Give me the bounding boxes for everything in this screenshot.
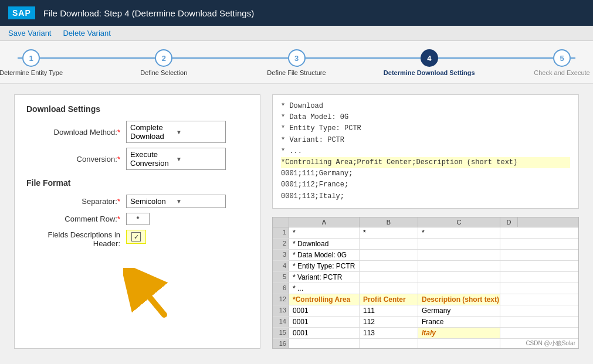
- wizard-step-5[interactable]: 5 Check and Execute: [553, 49, 571, 67]
- text-line-highlight: *Controlling Area;Profit Center;Descript…: [281, 157, 570, 168]
- row-num-1: 1: [273, 227, 289, 238]
- wizard-step-1[interactable]: 1 Determine Entity Type: [22, 49, 40, 67]
- cell-16c: [418, 339, 500, 348]
- wizard-step-4[interactable]: 4 Determine Download Settings: [421, 49, 438, 67]
- cell-13c: Germany: [418, 305, 500, 316]
- row-num-14: 14: [273, 317, 289, 327]
- text-line-3: * Entity Type: PCTR: [281, 124, 361, 132]
- cell-16d: [500, 339, 518, 348]
- cell-15d: [500, 328, 518, 338]
- wizard-step-2[interactable]: 2 Define Selection: [155, 49, 172, 67]
- cell-2d: [500, 239, 518, 249]
- separator-value: Semicolon: [130, 197, 176, 206]
- download-settings-title: Download Settings: [26, 104, 248, 114]
- fields-desc-label: Fields Descriptions in Header:: [26, 230, 120, 248]
- excel-row-12: 12 *Controlling Area Profit Center Descr…: [273, 294, 578, 305]
- cell-2c: [418, 239, 500, 249]
- cell-6b: [360, 283, 418, 294]
- download-method-label: Download Method:*: [26, 128, 120, 137]
- toolbar: Save Variant Delete Variant: [0, 26, 593, 41]
- excel-row-4: 4 * Entity Type: PCTR: [273, 261, 578, 272]
- cell-4c: [418, 261, 500, 271]
- excel-row-1: 1 * * *: [273, 227, 578, 239]
- row-num-2: 2: [273, 239, 289, 249]
- separator-select[interactable]: Semicolon ▼: [126, 195, 226, 208]
- text-preview: * Download * Data Model: 0G * Entity Typ…: [272, 94, 579, 209]
- col-header-b: B: [360, 217, 418, 227]
- text-line-1: * Download: [281, 102, 323, 110]
- cell-1b: *: [360, 227, 418, 238]
- text-line-5: * ...: [281, 147, 302, 155]
- row-num-15: 15: [273, 328, 289, 338]
- arrow-annotation: [123, 268, 170, 322]
- conversion-row: Conversion:* Execute Conversion ▼: [26, 148, 248, 170]
- app-header: SAP File Download: Step 4 (Determine Dow…: [0, 0, 593, 26]
- separator-label: Separator:*: [26, 197, 120, 206]
- dropdown-arrow-2: ▼: [176, 156, 222, 162]
- text-line-7: 0001;111;Germany;: [281, 169, 353, 178]
- comment-row-row: Comment Row:*: [26, 213, 248, 225]
- step-label-3: Define File Structure: [267, 69, 326, 76]
- cell-12a: *Controlling Area: [289, 294, 360, 305]
- excel-row-3: 3 * Data Model: 0G: [273, 250, 578, 261]
- cell-15b: 113: [360, 328, 418, 338]
- row-num-16: 16: [273, 339, 289, 348]
- cell-5c: [418, 272, 500, 283]
- text-line-4: * Variant: PCTR: [281, 136, 344, 144]
- cell-13b: 111: [360, 305, 418, 316]
- row-num-placeholder: [273, 217, 289, 227]
- cell-3d: [500, 250, 518, 260]
- conversion-value: Execute Conversion: [130, 150, 176, 168]
- download-method-row: Download Method:* Complete Download ▼: [26, 121, 248, 143]
- step-circle-5: 5: [553, 49, 571, 67]
- comment-row-label: Comment Row:*: [26, 215, 120, 223]
- conversion-select[interactable]: Execute Conversion ▼: [126, 148, 226, 170]
- cell-13d: [500, 305, 518, 316]
- conversion-label: Conversion:*: [26, 155, 120, 164]
- col-header-a: A: [289, 217, 360, 227]
- delete-variant-button[interactable]: Delete Variant: [63, 29, 110, 38]
- cell-2a: * Download: [289, 239, 360, 249]
- cell-12c: Description (short text): [418, 294, 500, 305]
- header-title: File Download: Step 4 (Determine Downloa…: [43, 8, 254, 18]
- cell-3b: [360, 250, 418, 260]
- excel-row-5: 5 * Variant: PCTR: [273, 272, 578, 283]
- fields-desc-checkbox-container: ✓: [126, 230, 146, 244]
- step-circle-3: 3: [288, 49, 306, 67]
- cell-15c: Italy: [418, 328, 500, 338]
- wizard-steps-container: 1 Determine Entity Type 2 Define Selecti…: [0, 41, 593, 84]
- fields-desc-checkbox[interactable]: ✓: [131, 232, 141, 241]
- cell-1d: [500, 227, 518, 238]
- col-header-d: D: [500, 217, 518, 227]
- form-panel: Download Settings Download Method:* Comp…: [14, 94, 260, 349]
- wizard-step-3[interactable]: 3 Define File Structure: [288, 49, 306, 67]
- cell-16a: [289, 339, 360, 348]
- cell-14c: France: [418, 317, 500, 327]
- row-num-13: 13: [273, 305, 289, 316]
- cell-5d: [500, 272, 518, 283]
- right-panels: * Download * Data Model: 0G * Entity Typ…: [272, 94, 579, 349]
- sap-logo: SAP: [8, 6, 35, 19]
- dropdown-arrow: ▼: [176, 129, 222, 135]
- cell-12d: [500, 294, 518, 305]
- text-line-8: 0001;112;France;: [281, 181, 348, 189]
- row-num-4: 4: [273, 261, 289, 271]
- required-star: *: [117, 128, 120, 137]
- cell-15a: 0001: [289, 328, 360, 338]
- cell-5a: * Variant: PCTR: [289, 272, 360, 283]
- comment-row-input[interactable]: [126, 213, 150, 225]
- excel-col-header-row: A B C D: [273, 217, 578, 227]
- fields-desc-row: Fields Descriptions in Header: ✓: [26, 230, 248, 249]
- cell-16b: [360, 339, 418, 348]
- cell-4d: [500, 261, 518, 271]
- download-method-value: Complete Download: [130, 123, 176, 141]
- download-method-select[interactable]: Complete Download ▼: [126, 121, 226, 143]
- save-variant-button[interactable]: Save Variant: [8, 29, 51, 38]
- cell-1a: *: [289, 227, 360, 238]
- step-label-4: Determine Download Settings: [384, 69, 475, 76]
- cell-6d: [500, 283, 518, 294]
- step-label-5: Check and Execute: [534, 69, 589, 76]
- dropdown-arrow-3: ▼: [176, 198, 222, 205]
- excel-row-14: 14 0001 112 France: [273, 317, 578, 328]
- cell-3c: [418, 250, 500, 260]
